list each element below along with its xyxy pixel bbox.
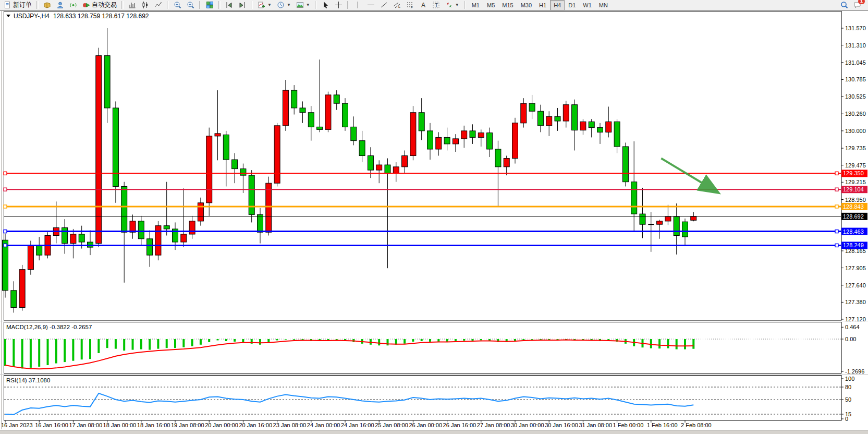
- macd-tick-label: 0.00: [845, 336, 856, 342]
- template-glyph: [296, 1, 304, 9]
- candle-body: [232, 160, 238, 169]
- fibonacci-button[interactable]: F: [404, 0, 417, 10]
- candle-body: [359, 141, 365, 156]
- autotrade-glyph: [82, 1, 90, 9]
- line-chart-button[interactable]: [152, 0, 165, 10]
- text-button[interactable]: A: [417, 0, 430, 10]
- toolbar-separator: [121, 1, 124, 9]
- periods-button[interactable]: ▼: [274, 0, 294, 10]
- price-tick-label: 128.950: [845, 197, 866, 203]
- level-line-handle: [835, 230, 838, 233]
- candle-body: [121, 186, 127, 232]
- candle-body: [385, 165, 390, 173]
- crosshair-button[interactable]: [332, 0, 345, 10]
- svg-text:A: A: [421, 2, 425, 9]
- level-line-handle: [835, 172, 838, 175]
- candle-body: [546, 116, 552, 126]
- tf-m30-button[interactable]: M30: [517, 0, 535, 10]
- chart-shift-button[interactable]: [223, 0, 236, 10]
- tf-w1-button[interactable]: W1: [579, 0, 595, 10]
- tf-d1-button-label: D1: [568, 2, 576, 8]
- chart-title-symbol: USDJPY-,H4: [14, 13, 50, 20]
- toolbar-group-8: EFAT▼: [351, 0, 462, 10]
- auto-scroll-button[interactable]: [236, 0, 249, 10]
- dropdown-arrow-icon: ▼: [267, 3, 272, 7]
- candlestick-button[interactable]: [139, 0, 152, 10]
- tile-windows-button[interactable]: [203, 0, 216, 10]
- svg-text:E: E: [398, 5, 400, 8]
- autotrade-button[interactable]: 自动交易: [80, 0, 119, 10]
- history-center-button[interactable]: [41, 0, 54, 10]
- candle-body: [614, 122, 620, 147]
- tf-m15-button[interactable]: M15: [498, 0, 517, 10]
- candle-body: [274, 126, 280, 183]
- candle-body: [537, 111, 543, 126]
- tf-m1-button-label: M1: [472, 2, 480, 8]
- tf-m1-button[interactable]: M1: [468, 0, 483, 10]
- candle-body: [444, 137, 450, 144]
- candle-body: [79, 234, 84, 242]
- chart-canvas[interactable]: 131.570131.310131.045130.785130.525130.2…: [0, 0, 868, 434]
- candle-body: [555, 116, 560, 121]
- vertical-line-button[interactable]: [351, 0, 364, 10]
- toolbar-separator: [36, 1, 39, 9]
- channel-button[interactable]: E: [390, 0, 404, 10]
- tf-m5-button[interactable]: M5: [483, 0, 498, 10]
- contacts-button[interactable]: [54, 0, 67, 10]
- search-button[interactable]: [838, 0, 851, 10]
- tf-mn-button-label: MN: [599, 2, 608, 8]
- indicators-button[interactable]: ▼: [255, 0, 274, 10]
- chart-dropdown-icon[interactable]: [6, 15, 10, 17]
- tf-m5-button-label: M5: [487, 2, 495, 8]
- macd-tick-label: -1.2696: [845, 368, 864, 375]
- main-pane-border: [4, 11, 842, 321]
- toolbar-group-4: [203, 0, 216, 10]
- time-tick-label: 24 Jan 00:00: [307, 422, 340, 428]
- toolbar-group-0: 新订单: [1, 0, 34, 10]
- contact-glyph: [56, 1, 64, 9]
- toolbar-group-3: [171, 0, 197, 10]
- time-tick-label: 26 Jan 16:00: [443, 422, 476, 428]
- time-tick-label: 18 Jan 16:00: [137, 422, 170, 428]
- cursor-button[interactable]: [319, 0, 332, 10]
- candle-body: [19, 270, 25, 308]
- tf-d1-button[interactable]: D1: [565, 0, 579, 10]
- arrows-button[interactable]: ▼: [443, 0, 462, 10]
- candle-body: [147, 239, 153, 255]
- time-tick-label: 31 Jan 08:00: [579, 422, 612, 428]
- candle-body: [291, 90, 297, 108]
- signals-button[interactable]: [67, 0, 80, 10]
- candle-body: [130, 221, 136, 232]
- price-tick-label: 131.045: [845, 59, 866, 66]
- candle-body: [622, 147, 628, 182]
- price-tick-label: 130.000: [845, 128, 866, 134]
- zoom-out-button[interactable]: [184, 0, 197, 10]
- tf-h4-button[interactable]: H4: [550, 0, 565, 10]
- candle-body: [495, 149, 501, 167]
- price-tick-label: 130.260: [845, 111, 866, 117]
- text-label-button[interactable]: T: [430, 0, 443, 10]
- book-glyph: [43, 1, 51, 9]
- candle-body: [334, 95, 339, 103]
- candle-body: [70, 234, 76, 244]
- tf-h1-button[interactable]: H1: [535, 0, 550, 10]
- chat-button[interactable]: 1: [851, 0, 864, 10]
- crosshair-glyph: [335, 1, 343, 9]
- candle-body: [258, 214, 263, 232]
- zoom-in-button[interactable]: [171, 0, 184, 10]
- bar-chart-button[interactable]: [126, 0, 139, 10]
- tf-h4-button-label: H4: [554, 2, 561, 8]
- templates-button[interactable]: ▼: [294, 0, 313, 10]
- toolbar-separator: [464, 1, 466, 9]
- new-order-button[interactable]: 新订单: [1, 0, 34, 10]
- horizontal-line-button[interactable]: [364, 0, 377, 10]
- trendline-button[interactable]: [377, 0, 390, 10]
- indicator-glyph: [258, 1, 265, 9]
- candle-body: [206, 136, 212, 203]
- rsi-indicator-label: RSI(14) 37.1080: [6, 377, 50, 383]
- level-line-handle: [4, 172, 7, 175]
- candle-body: [597, 128, 603, 132]
- tf-mn-button[interactable]: MN: [595, 0, 612, 10]
- time-tick-label: 19 Jan 08:00: [171, 422, 204, 428]
- level-line-handle: [4, 205, 7, 208]
